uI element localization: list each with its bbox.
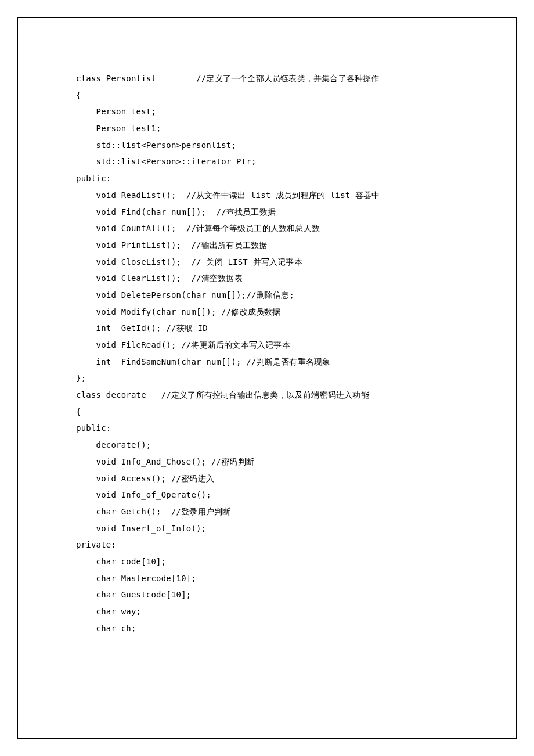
page-frame: class Personlist //定义了一个全部人员链表类，并集合了各种操作…	[17, 17, 517, 739]
document-page: class Personlist //定义了一个全部人员链表类，并集合了各种操作…	[0, 0, 534, 756]
code-block: class Personlist //定义了一个全部人员链表类，并集合了各种操作…	[76, 70, 458, 636]
